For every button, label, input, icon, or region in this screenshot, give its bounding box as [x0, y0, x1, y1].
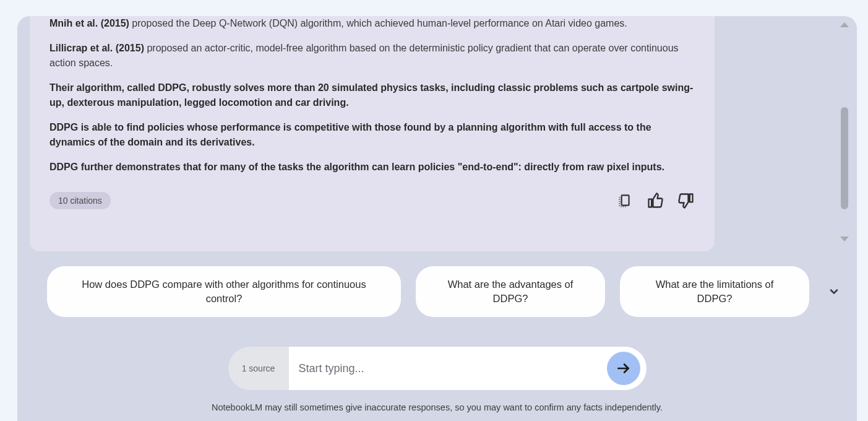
thumbs-down-button[interactable] [677, 192, 695, 209]
paragraph-text: proposed the Deep Q-Network (DQN) algori… [129, 18, 627, 28]
send-button[interactable] [607, 352, 640, 385]
paragraph-text: proposed an actor-critic, model-free alg… [49, 43, 679, 68]
feedback-icons [616, 192, 695, 209]
response-paragraph: Their algorithm, called DDPG, robustly s… [49, 80, 695, 110]
response-paragraph: Lillicrap et al. (2015) proposed an acto… [49, 41, 695, 71]
input-field-wrap [289, 347, 647, 390]
disclaimer-text: NotebookLM may still sometimes give inac… [17, 402, 857, 412]
suggestion-chip[interactable]: What are the advantages of DDPG? [416, 266, 605, 317]
author-name: Lillicrap et al. (2015) [49, 43, 144, 53]
chat-input[interactable] [299, 362, 607, 375]
response-paragraph: DDPG is able to find policies whose perf… [49, 120, 695, 150]
response-paragraph: Mnih et al. (2015) proposed the Deep Q-N… [49, 16, 695, 31]
source-count-label[interactable]: 1 source [228, 363, 289, 373]
thumbs-up-icon [647, 192, 664, 209]
svg-rect-0 [622, 195, 629, 205]
copy-icon [616, 193, 632, 209]
suggestion-chip[interactable]: How does DDPG compare with other algorit… [47, 266, 401, 317]
suggestions-row: How does DDPG compare with other algorit… [47, 266, 820, 317]
thumbs-up-button[interactable] [647, 192, 664, 209]
citations-badge[interactable]: 10 citations [49, 192, 111, 209]
card-footer: 10 citations [49, 192, 695, 209]
author-name: Mnih et al. (2015) [49, 18, 129, 28]
scroll-down-arrow[interactable] [840, 237, 849, 241]
input-bar: 1 source [228, 347, 647, 390]
response-paragraph: DDPG further demonstrates that for many … [49, 160, 695, 175]
scrollbar-thumb[interactable] [841, 107, 848, 209]
suggestion-chip[interactable]: What are the limitations of DDPG? [620, 266, 809, 317]
response-card: Mnih et al. (2015) proposed the Deep Q-N… [30, 16, 715, 251]
thumbs-down-icon [677, 192, 695, 209]
main-container: Mnih et al. (2015) proposed the Deep Q-N… [17, 16, 857, 421]
arrow-right-icon [616, 360, 632, 376]
scrollbar [832, 16, 857, 421]
copy-button[interactable] [616, 192, 633, 209]
scroll-up-arrow[interactable] [840, 22, 849, 27]
